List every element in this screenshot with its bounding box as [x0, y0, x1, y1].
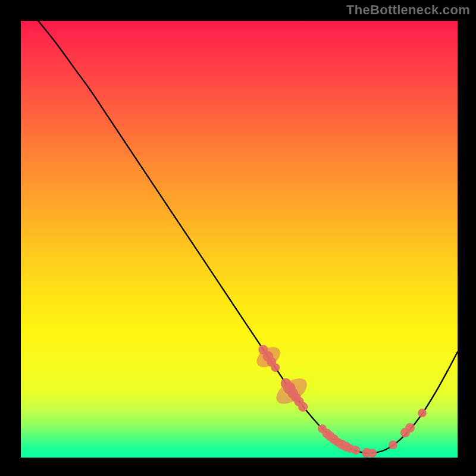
data-marker: [389, 440, 397, 449]
data-marker: [352, 446, 361, 455]
chart-frame: TheBottleneck.com: [0, 0, 476, 476]
chart-svg: [21, 21, 458, 458]
data-marker: [298, 402, 308, 412]
bottleneck-curve: [38, 21, 458, 453]
data-marker: [368, 449, 377, 458]
data-marker: [271, 363, 280, 372]
curve-layer: [38, 21, 458, 453]
watermark-text: TheBottleneck.com: [346, 2, 470, 18]
plot-area: [21, 21, 458, 458]
data-marker: [405, 423, 415, 433]
data-marker: [418, 409, 427, 418]
